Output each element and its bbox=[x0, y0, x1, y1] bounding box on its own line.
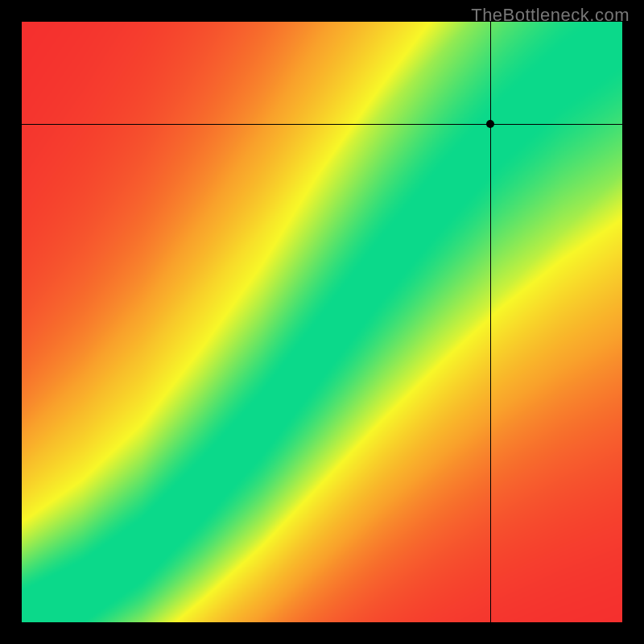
crosshair-vertical bbox=[490, 22, 491, 622]
crosshair-dot bbox=[486, 120, 494, 128]
heatmap-canvas bbox=[22, 22, 622, 622]
crosshair-horizontal bbox=[22, 124, 622, 125]
heatmap-plot bbox=[22, 22, 622, 622]
watermark-text: TheBottleneck.com bbox=[471, 5, 630, 26]
